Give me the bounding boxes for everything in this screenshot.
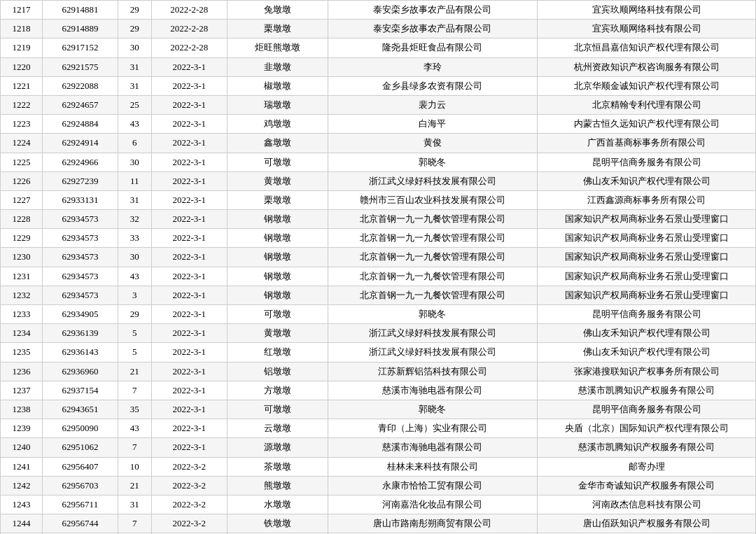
table-cell: 62934573 bbox=[42, 229, 118, 248]
table-cell: 1233 bbox=[1, 305, 43, 324]
table-cell: 1243 bbox=[1, 495, 43, 514]
table-row: 123162934573432022-3-1钢墩墩北京首钢一九一九餐饮管理有限公… bbox=[1, 267, 756, 286]
table-cell: 栗墩墩 bbox=[227, 190, 328, 209]
table-cell: 7 bbox=[118, 381, 151, 400]
table-cell: 浙江武义绿好科技发展有限公司 bbox=[328, 343, 538, 362]
table-cell: 1239 bbox=[1, 419, 43, 438]
table-cell: 源墩墩 bbox=[227, 438, 328, 457]
table-cell: 10 bbox=[118, 457, 151, 476]
table-cell: 北京首钢一九一九餐饮管理有限公司 bbox=[328, 210, 538, 229]
table-row: 122562924966302022-3-1可墩墩郭晓冬昆明平信商务服务有限公司 bbox=[1, 153, 756, 171]
table-row: 12346293613952022-3-1黄墩墩浙江武义绿好科技发展有限公司佛山… bbox=[1, 324, 756, 343]
table-row: 122362924884432022-3-1鸡墩墩白海平内蒙古恒久远知识产权代理… bbox=[1, 115, 756, 134]
table-row: 12406295106272022-3-1源墩墩慈溪市海驰电器有限公司慈溪市凯腾… bbox=[1, 438, 756, 457]
table-cell: 2022-2-28 bbox=[151, 20, 227, 38]
table-cell: 2022-2-28 bbox=[151, 38, 227, 57]
table-cell: 1222 bbox=[1, 95, 43, 114]
table-cell: 2022-3-1 bbox=[151, 324, 227, 343]
table-cell: 2022-3-1 bbox=[151, 248, 227, 267]
table-cell: 国家知识产权局商标业务石景山受理窗口 bbox=[538, 267, 756, 286]
table-cell: 21 bbox=[118, 476, 151, 495]
table-cell: 国家知识产权局商标业务石景山受理窗口 bbox=[538, 286, 756, 304]
table-cell: 1224 bbox=[1, 134, 43, 153]
table-cell: 唐山佰跃知识产权服务有限公司 bbox=[538, 514, 756, 533]
table-row: 121862914889292022-2-28栗墩墩泰安栾乡故事农产品有限公司宜… bbox=[1, 20, 756, 38]
table-cell: 桂林未来科技有限公司 bbox=[328, 457, 538, 476]
table-cell: 浙江武义绿好科技发展有限公司 bbox=[328, 171, 538, 190]
table-cell: 2022-3-2 bbox=[151, 476, 227, 495]
table-row: 12326293457332022-3-1钢墩墩北京首钢一九一九餐饮管理有限公司… bbox=[1, 286, 756, 304]
table-cell: 钢墩墩 bbox=[227, 286, 328, 304]
table-row: 122962934573332022-3-1钢墩墩北京首钢一九一九餐饮管理有限公… bbox=[1, 229, 756, 248]
table-cell: 2022-3-1 bbox=[151, 210, 227, 229]
table-cell: 佛山友禾知识产权代理有限公司 bbox=[538, 171, 756, 190]
table-row: 121762914881292022-2-28兔墩墩泰安栾乡故事农产品有限公司宜… bbox=[1, 1, 756, 20]
table-cell: 钢墩墩 bbox=[227, 229, 328, 248]
table-cell: 5 bbox=[118, 343, 151, 362]
table-cell: 方墩墩 bbox=[227, 381, 328, 400]
table-cell: 43 bbox=[118, 115, 151, 134]
table-cell: 1219 bbox=[1, 38, 43, 57]
table-cell: 62934573 bbox=[42, 286, 118, 304]
table-cell: 1235 bbox=[1, 343, 43, 362]
table-cell: 鑫墩墩 bbox=[227, 134, 328, 153]
table-cell: 铝墩墩 bbox=[227, 362, 328, 381]
table-cell: 2022-3-2 bbox=[151, 495, 227, 514]
table-cell: 1231 bbox=[1, 267, 43, 286]
table-cell: 2022-3-1 bbox=[151, 381, 227, 400]
table-cell: 黄墩墩 bbox=[227, 324, 328, 343]
table-cell: 张家港搜联知识产权事务所有限公司 bbox=[538, 362, 756, 381]
table-cell: 钢墩墩 bbox=[227, 248, 328, 267]
table-row: 12376293715472022-3-1方墩墩慈溪市海驰电器有限公司慈溪市凯腾… bbox=[1, 381, 756, 400]
table-cell: 7 bbox=[118, 514, 151, 533]
table-cell: 浙江武义绿好科技发展有限公司 bbox=[328, 324, 538, 343]
table-cell: 泰安栾乡故事农产品有限公司 bbox=[328, 1, 538, 20]
table-cell: 32 bbox=[118, 210, 151, 229]
table-cell: 裴力云 bbox=[328, 95, 538, 114]
table-cell: 30 bbox=[118, 38, 151, 57]
table-cell: 62924966 bbox=[42, 153, 118, 171]
table-cell: 31 bbox=[118, 57, 151, 76]
table-cell: 北京恒昌嘉信知识产权代理有限公司 bbox=[538, 38, 756, 57]
table-cell: 1230 bbox=[1, 248, 43, 267]
table-row: 124362956711312022-3-2水墩墩河南嘉浩化妆品有限公司河南政杰… bbox=[1, 495, 756, 514]
table-cell: 北京首钢一九一九餐饮管理有限公司 bbox=[328, 248, 538, 267]
table-row: 122762933131312022-3-1栗墩墩赣州市三百山农业科技发展有限公… bbox=[1, 190, 756, 209]
table-cell: 62937154 bbox=[42, 381, 118, 400]
table-cell: 2022-3-1 bbox=[151, 400, 227, 419]
table-cell: 62914889 bbox=[42, 20, 118, 38]
table-cell: 椒墩墩 bbox=[227, 76, 328, 95]
table-cell: 邮寄办理 bbox=[538, 457, 756, 476]
table-cell: 1218 bbox=[1, 20, 43, 38]
table-cell: 佛山友禾知识产权代理有限公司 bbox=[538, 324, 756, 343]
table-cell: 1229 bbox=[1, 229, 43, 248]
table-cell: 62950090 bbox=[42, 419, 118, 438]
table-cell: 国家知识产权局商标业务石景山受理窗口 bbox=[538, 210, 756, 229]
table-row: 123662936960212022-3-1铝墩墩江苏新辉铝箔科技有限公司张家港… bbox=[1, 362, 756, 381]
table-cell: 2022-3-1 bbox=[151, 153, 227, 171]
table-cell: 铁墩墩 bbox=[227, 514, 328, 533]
table-cell: 河南政杰信息科技有限公司 bbox=[538, 495, 756, 514]
table-cell: 瑞墩墩 bbox=[227, 95, 328, 114]
table-cell: 62921575 bbox=[42, 57, 118, 76]
table-cell: 李玲 bbox=[328, 57, 538, 76]
table-cell: 6 bbox=[118, 134, 151, 153]
table-cell: 黄俊 bbox=[328, 134, 538, 153]
data-table: 121762914881292022-2-28兔墩墩泰安栾乡故事农产品有限公司宜… bbox=[0, 0, 756, 534]
table-cell: 62956703 bbox=[42, 476, 118, 495]
table-row: 123362934905292022-3-1可墩墩郭晓冬昆明平信商务服务有限公司 bbox=[1, 305, 756, 324]
table-cell: 江苏新辉铝箔科技有限公司 bbox=[328, 362, 538, 381]
table-cell: 62933131 bbox=[42, 190, 118, 209]
table-row: 12356293614352022-3-1红墩墩浙江武义绿好科技发展有限公司佛山… bbox=[1, 343, 756, 362]
table-cell: 茶墩墩 bbox=[227, 457, 328, 476]
table-cell: 1234 bbox=[1, 324, 43, 343]
table-cell: 29 bbox=[118, 1, 151, 20]
table-cell: 62951062 bbox=[42, 438, 118, 457]
table-cell: 2022-3-1 bbox=[151, 76, 227, 95]
table-cell: 宜宾玖顺网络科技有限公司 bbox=[538, 20, 756, 38]
table-cell: 62934573 bbox=[42, 267, 118, 286]
table-cell: 杭州资政知识产权咨询服务有限公司 bbox=[538, 57, 756, 76]
table-cell: 郭晓冬 bbox=[328, 153, 538, 171]
table-cell: 钢墩墩 bbox=[227, 267, 328, 286]
table-cell: 2022-3-2 bbox=[151, 514, 227, 533]
